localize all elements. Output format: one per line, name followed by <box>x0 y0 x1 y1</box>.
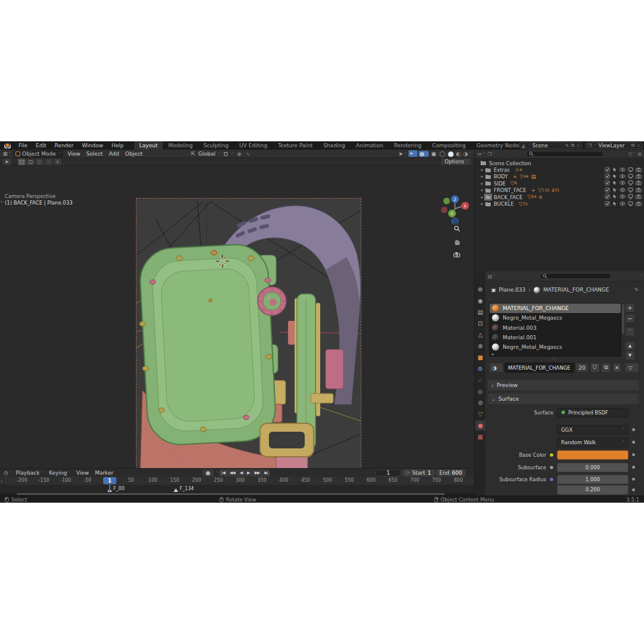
properties-viewlayer-tab[interactable]: ⊡ <box>475 318 485 329</box>
slot-list-scrollbar[interactable] <box>622 304 624 334</box>
disclosure-triangle-icon[interactable]: ▸ <box>479 168 485 172</box>
outliner-row-scene-collection[interactable]: ▸Scene Collection <box>475 160 644 166</box>
timeline-menu-playback[interactable]: Playback <box>13 470 46 476</box>
disable-viewport-toggle[interactable] <box>628 174 633 180</box>
watch-model[interactable] <box>137 199 361 468</box>
shading-solid-button[interactable]: ⬤ <box>447 151 454 157</box>
workspace-tab-layout[interactable]: Layout <box>134 141 163 150</box>
decorator-dot[interactable] <box>632 488 635 491</box>
workspace-tab-compositing[interactable]: Compositing <box>427 141 471 150</box>
copy-icon[interactable]: ⧉ <box>571 143 574 148</box>
checkbox-toggle[interactable] <box>605 187 610 194</box>
keying-dropdown[interactable] <box>215 470 218 476</box>
hide-viewport-toggle[interactable] <box>620 201 626 208</box>
base-color-swatch[interactable] <box>557 450 628 460</box>
properties-output-tab[interactable]: ▤ <box>475 307 485 317</box>
camera-view-button[interactable] <box>451 249 462 260</box>
properties-scene-tab[interactable]: △ <box>475 330 485 340</box>
workspace-tab-uv-editing[interactable]: UV Editing <box>234 141 273 150</box>
editor-type-dropdown[interactable]: ⊞ <box>2 151 12 157</box>
pin-icon[interactable]: ✎ <box>634 287 639 293</box>
material-slot-material-001[interactable]: Material.001 <box>490 333 621 342</box>
playhead-line[interactable] <box>109 484 110 493</box>
material-slot-material-003[interactable]: Material.003 <box>490 323 621 333</box>
properties-render-tab[interactable]: ◉ <box>475 296 485 306</box>
panel-grip[interactable]: ∷ <box>633 397 636 401</box>
blender-logo-icon[interactable] <box>4 143 11 148</box>
filter-funnel-icon[interactable]: ▽ <box>625 363 639 373</box>
hide-viewport-toggle[interactable] <box>620 194 626 200</box>
remove-slot-button[interactable]: − <box>625 314 635 323</box>
orientation-label[interactable]: Global <box>199 151 216 157</box>
decorator-dot[interactable] <box>632 428 635 431</box>
pin-icon[interactable]: ✎ <box>565 143 569 148</box>
options-button[interactable]: Options <box>441 159 471 165</box>
disclosure-triangle-icon[interactable]: ▸ <box>479 181 485 186</box>
breadcrumb-object[interactable]: Plane.033 <box>499 287 526 293</box>
checkbox-toggle[interactable] <box>605 174 610 180</box>
pan-button[interactable] <box>451 236 462 247</box>
timeline-menu-marker[interactable]: Marker <box>92 470 116 476</box>
properties-physics-tab[interactable]: ◎ <box>475 386 485 397</box>
properties-particles-tab[interactable]: ∴ <box>475 375 485 385</box>
hide-viewport-toggle[interactable] <box>620 174 626 180</box>
menu-help[interactable]: Help <box>107 141 128 150</box>
properties-search-input[interactable] <box>540 273 611 279</box>
snap-dropdown[interactable] <box>231 151 234 157</box>
distribution-dropdown[interactable]: GGX <box>557 425 628 435</box>
select-tweak-tool[interactable]: ▢ <box>27 159 35 165</box>
hide-viewport-toggle[interactable] <box>620 187 626 194</box>
workspace-tab-shading[interactable]: Shading <box>318 141 351 150</box>
panel-grip[interactable]: ∷ <box>633 383 636 388</box>
subsurface-radius-field-1[interactable]: 1.000 <box>557 475 628 484</box>
material-slot-material-for-change[interactable]: MATERIAL_FOR_CHANGE <box>490 304 621 313</box>
hide-viewport-toggle[interactable] <box>620 167 626 174</box>
proportional-editing-icon[interactable]: ◉ <box>236 151 243 157</box>
outliner-search-input[interactable] <box>526 151 603 157</box>
outliner-row-back-face[interactable]: ▸BACK_FACE▽69a <box>475 194 644 200</box>
properties-options-dropdown[interactable] <box>639 274 643 279</box>
jump-to-end-button[interactable]: ▶| <box>262 469 270 476</box>
outliner-display-mode-dropdown[interactable]: ≔ <box>477 151 485 157</box>
start-frame-field[interactable]: ◷ Start1 <box>402 469 435 476</box>
copy-icon[interactable]: ⧉ <box>631 143 635 148</box>
scene-name[interactable]: Scene <box>532 143 564 148</box>
shader-selector[interactable]: Principled BSDF <box>557 408 628 417</box>
toolbar-expand-icon[interactable] <box>1 199 3 205</box>
current-frame-field[interactable]: 1 <box>376 469 401 476</box>
next-keyframe-button[interactable]: ▶▶ <box>252 469 262 476</box>
zoom-button[interactable] <box>451 223 462 234</box>
users-count-button[interactable]: 20 <box>575 363 589 373</box>
disable-render-toggle[interactable] <box>636 180 642 187</box>
properties-filter-dropdown[interactable]: ▤ <box>488 274 496 279</box>
disable-viewport-toggle[interactable] <box>628 194 633 200</box>
show-gizmo-toggle[interactable]: ➤ <box>397 151 407 157</box>
timeline-menu-view[interactable]: View <box>73 470 92 476</box>
selectability-toggle[interactable] <box>612 201 617 208</box>
resize-grip[interactable]: ∷∷ <box>551 357 558 361</box>
timeline-marker-icon[interactable] <box>174 488 178 492</box>
properties-object-tab[interactable]: ■ <box>475 352 485 363</box>
disclosure-triangle-icon[interactable]: ▸ <box>479 202 485 206</box>
disable-render-toggle[interactable] <box>636 174 642 180</box>
disable-viewport-toggle[interactable] <box>628 167 633 174</box>
play-button[interactable]: ▶ <box>244 469 252 476</box>
selectability-toggle[interactable] <box>612 180 617 187</box>
decorator-dot[interactable] <box>632 453 635 456</box>
selectability-toggle[interactable] <box>612 194 617 200</box>
disable-render-toggle[interactable] <box>636 194 642 200</box>
timeline-ruler[interactable]: -200-150-100-505010015020025030035040045… <box>0 476 474 485</box>
scene-browse-dropdown[interactable] <box>527 143 531 148</box>
browse-material-button[interactable]: ◑ <box>489 363 503 373</box>
unlink-button[interactable]: ✕ <box>612 363 621 373</box>
filter-funnel-icon[interactable]: ▽ <box>628 151 636 157</box>
properties-world-tab[interactable]: ⊕ <box>475 341 485 351</box>
material-slot-negro-metal-megascs[interactable]: Negro_Metal_Megascs <box>490 342 621 352</box>
outliner-row-extras[interactable]: ▸Extras☼4 <box>475 166 644 173</box>
properties-constraints-tab[interactable]: ⊘ <box>475 398 485 408</box>
play-reverse-button[interactable]: ◀ <box>237 469 244 476</box>
viewport-menu-select[interactable]: Select <box>83 151 106 157</box>
properties-tool-tab[interactable]: ⚙ <box>475 284 485 295</box>
workspace-tab-animation[interactable]: Animation <box>351 141 389 150</box>
slot-specials-dropdown[interactable]: ˅ <box>625 327 635 336</box>
